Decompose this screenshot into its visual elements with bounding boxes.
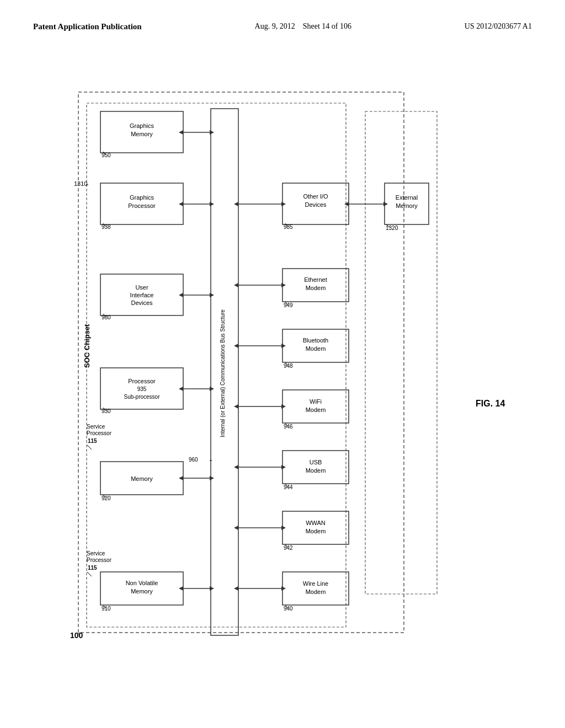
svg-text:Modem: Modem — [306, 285, 326, 291]
svg-text:Devices: Devices — [305, 201, 327, 208]
header-patent-num: US 2012/0203677 A1 — [465, 22, 532, 31]
svg-marker-116 — [281, 344, 286, 348]
svg-marker-114 — [234, 404, 238, 409]
svg-text:Memory: Memory — [396, 202, 418, 209]
svg-text:980: 980 — [102, 314, 111, 320]
header-date: Aug. 9, 2012 — [255, 22, 295, 30]
fig-label: FIG. 14 — [476, 399, 505, 408]
svg-text:Wire Line: Wire Line — [303, 580, 328, 587]
svg-text:Bluetooth: Bluetooth — [303, 337, 328, 344]
svg-text:1310: 1310 — [74, 180, 87, 187]
svg-text:Processor: Processor — [128, 378, 156, 384]
svg-marker-132 — [344, 202, 349, 206]
svg-text:External: External — [396, 194, 418, 201]
svg-text:946: 946 — [284, 424, 293, 430]
svg-text:Ethernet: Ethernet — [304, 276, 327, 283]
header-center: Aug. 9, 2012 Sheet 14 of 106 — [255, 22, 351, 31]
svg-marker-107 — [281, 526, 286, 530]
svg-text:WWAN: WWAN — [306, 520, 326, 526]
svg-text:Other I/O: Other I/O — [303, 193, 328, 200]
svg-text:985: 985 — [284, 224, 293, 230]
svg-line-14 — [87, 445, 92, 449]
svg-text:Non Volatile: Non Volatile — [126, 580, 158, 586]
svg-marker-51 — [210, 586, 214, 591]
svg-text:910: 910 — [102, 606, 111, 612]
svg-text:Memory: Memory — [131, 131, 153, 137]
svg-text:948: 948 — [284, 363, 293, 369]
svg-text:Devices: Devices — [131, 299, 153, 306]
svg-marker-108 — [234, 526, 238, 530]
svg-marker-113 — [281, 404, 286, 409]
svg-marker-57 — [210, 387, 214, 391]
svg-text:USB: USB — [310, 459, 322, 465]
svg-text:Graphics: Graphics — [130, 194, 154, 201]
svg-text:960: 960 — [189, 457, 198, 463]
svg-marker-64 — [179, 202, 183, 206]
svg-text:Modem: Modem — [306, 345, 326, 352]
svg-marker-60 — [210, 293, 214, 297]
svg-text:Processor: Processor — [87, 430, 112, 436]
svg-marker-131 — [383, 202, 388, 206]
svg-marker-111 — [234, 465, 238, 469]
diagram-wrapper: 100 SOC Chipset 1310 Service Processor 1… — [45, 76, 520, 660]
svg-marker-54 — [210, 476, 214, 480]
svg-text:949: 949 — [284, 302, 293, 308]
svg-text:Processor: Processor — [87, 557, 112, 563]
svg-text:920: 920 — [102, 495, 111, 501]
svg-text:Modem: Modem — [306, 467, 326, 474]
header-sheet: Sheet 14 of 106 — [303, 22, 351, 30]
svg-text:Processor: Processor — [128, 202, 156, 209]
svg-text:WiFi: WiFi — [310, 398, 322, 405]
svg-marker-104 — [281, 586, 286, 591]
svg-rect-3 — [87, 103, 346, 627]
svg-marker-63 — [210, 202, 214, 206]
diagram-area: 100 SOC Chipset 1310 Service Processor 1… — [0, 42, 565, 693]
svg-text:Internal (or External) Communi: Internal (or External) Communications Bu… — [220, 309, 226, 437]
svg-text:930: 930 — [102, 408, 111, 414]
svg-line-10 — [87, 572, 92, 576]
svg-text:Modem: Modem — [306, 406, 326, 413]
svg-text:Graphics: Graphics — [130, 122, 154, 129]
svg-text:115: 115 — [88, 438, 97, 444]
svg-text:950: 950 — [102, 152, 111, 158]
svg-text:SOC Chipset: SOC Chipset — [83, 324, 91, 368]
svg-rect-0 — [78, 92, 404, 633]
svg-marker-117 — [234, 344, 238, 348]
svg-text:Service: Service — [87, 550, 105, 556]
svg-marker-58 — [179, 387, 183, 391]
svg-text:Modem: Modem — [306, 528, 326, 534]
svg-marker-123 — [234, 202, 238, 206]
svg-marker-67 — [179, 130, 183, 135]
svg-marker-120 — [234, 283, 238, 287]
svg-marker-52 — [179, 586, 183, 591]
svg-text:Memory: Memory — [131, 588, 153, 595]
diagram-svg: 100 SOC Chipset 1310 Service Processor 1… — [45, 76, 520, 660]
page-header: Patent Application Publication Aug. 9, 2… — [0, 0, 565, 42]
svg-text:Memory: Memory — [131, 475, 153, 482]
svg-marker-119 — [281, 283, 286, 287]
svg-marker-61 — [179, 293, 183, 297]
svg-text:115: 115 — [88, 565, 97, 571]
svg-rect-124 — [365, 111, 437, 594]
svg-text:User: User — [135, 284, 148, 291]
svg-marker-105 — [234, 586, 238, 591]
svg-text:940: 940 — [284, 606, 293, 612]
svg-text:Service: Service — [87, 424, 105, 430]
svg-text:Sub-processor: Sub-processor — [124, 394, 160, 400]
svg-text:Interface: Interface — [130, 292, 154, 298]
svg-text:944: 944 — [284, 484, 293, 490]
header-title: Patent Application Publication — [33, 22, 142, 31]
svg-marker-66 — [210, 130, 214, 135]
svg-marker-110 — [281, 465, 286, 469]
svg-text:942: 942 — [284, 545, 293, 551]
svg-text:935: 935 — [137, 386, 147, 392]
svg-marker-122 — [281, 202, 286, 206]
svg-text:Modem: Modem — [306, 588, 326, 595]
svg-text:938: 938 — [102, 224, 111, 230]
svg-marker-55 — [179, 476, 183, 480]
svg-text:100: 100 — [70, 631, 83, 640]
